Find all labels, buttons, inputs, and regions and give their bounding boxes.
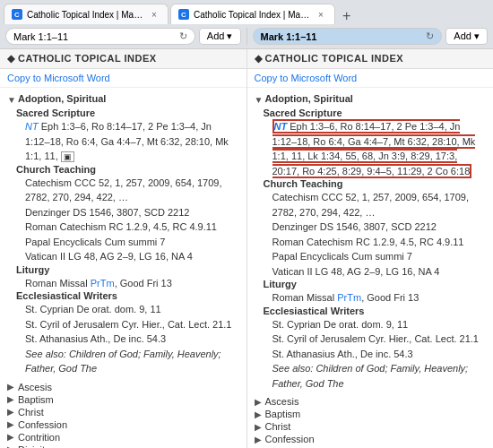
church-teaching-title-left: Church Teaching [16, 164, 239, 175]
papal-left: Papal Encyclicals Cum summi 7 [25, 235, 239, 250]
adoption-spiritual-right: ▼ Adoption, Spiritual Sacred Scripture N… [255, 93, 487, 391]
more-icon-left[interactable]: ▣ [61, 151, 74, 162]
address-bar-left[interactable]: Mark 1:1–11 ↻ [5, 28, 195, 45]
scripture-entry-left: NT Eph 1:3–6, Ro 8:14–17, 2 Pe 1:3–4, Jn… [25, 119, 239, 164]
adoption-spiritual-title-right: Adoption, Spiritual [265, 93, 353, 104]
roman-catechism-right: Roman Catechism RC 1.2.9, 4.5, RC 4.9.11 [272, 235, 487, 250]
ascesis-arrow-right: ▶ [255, 397, 265, 407]
tab-left[interactable]: C Catholic Topical Index | Mark 1:1–11 × [4, 4, 169, 24]
roman-missal-left: Roman Missal PrTm, Good Fri 13 [25, 276, 239, 291]
copy-bar-left: Copy to Microsoft Word [0, 69, 246, 88]
expand-arrow-adoption-right: ▼ [255, 95, 265, 105]
adoption-spiritual-toggle-right[interactable]: ▼ Adoption, Spiritual [255, 93, 487, 106]
confession-label-right: Confession [265, 434, 315, 444]
christ-arrow-left: ▶ [7, 407, 18, 417]
baptism-right[interactable]: ▶ Baptism [255, 409, 487, 419]
panel-right-header: ◆ CATHOLIC TOPICAL INDEX [247, 49, 494, 69]
scripture-entry-right: NT Eph 1:3–6, Ro 8:14–17, 2 Pe 1:3–4, Jn… [272, 119, 487, 178]
liturgy-title-left: Liturgy [16, 264, 239, 275]
divinity-arrow-left: ▶ [7, 444, 18, 448]
adoption-spiritual-title-left: Adoption, Spiritual [18, 93, 106, 104]
sacred-scripture-title-left: Sacred Scripture [16, 108, 239, 118]
christ-left[interactable]: ▶ Christ [7, 407, 239, 418]
liturgy-left: Liturgy Roman Missal PrTm, Good Fri 13 [7, 264, 239, 291]
see-also-right: See also: Children of God; Family, Heave… [272, 361, 487, 391]
catechism-left: Catechism CCC 52, 1, 257, 2009, 654, 170… [25, 176, 239, 205]
expand-arrow-adoption-left: ▼ [7, 95, 18, 105]
tab-left-label: Catholic Topical Index | Mark 1:1–11 [27, 10, 143, 20]
ascesis-arrow-left: ▶ [7, 382, 18, 392]
divinity-label-left: Divinity [18, 444, 49, 449]
baptism-arrow-right: ▶ [255, 409, 265, 419]
panel-right-content: ▼ Adoption, Spiritual Sacred Scripture N… [247, 88, 494, 448]
liturgy-title-right: Liturgy [264, 279, 487, 289]
contrition-label-left: Contrition [18, 432, 60, 443]
papal-right: Papal Encyclicals Cum summi 7 [272, 249, 487, 264]
add-button-left[interactable]: Add ▾ [199, 28, 241, 45]
sacred-scripture-title-right: Sacred Scripture [264, 108, 487, 118]
see-also-left: See also: Children of God; Family, Heave… [25, 347, 239, 376]
baptism-arrow-left: ▶ [7, 394, 18, 404]
catechism-right: Catechism CCC 52, 1, 257, 2009, 654, 170… [272, 190, 487, 220]
tab-right-close[interactable]: × [315, 8, 327, 21]
address-bar-row: Mark 1:1–11 ↻ Add ▾ Mark 1:1–11 ↻ Add ▾ [0, 24, 493, 48]
eccl-writers-title-right: Ecclesiastical Writers [264, 306, 487, 316]
add-button-right[interactable]: Add ▾ [445, 28, 488, 45]
contrition-left[interactable]: ▶ Contrition [7, 432, 239, 443]
reload-left-icon[interactable]: ↻ [179, 30, 187, 42]
tab-right-label: Catholic Topical Index | Mark 1:1–11 [194, 10, 310, 20]
ascesis-label-left: Ascesis [18, 382, 52, 392]
confession-left[interactable]: ▶ Confession [7, 419, 239, 430]
nt-label-left[interactable]: NT [25, 121, 39, 132]
columns: ◆ CATHOLIC TOPICAL INDEX Copy to Microso… [0, 49, 493, 448]
roman-catechism-left: Roman Catechism RC 1.2.9, 4.5, RC 4.9.11 [25, 220, 239, 235]
scripture-refs-right: Eph 1:3–6, Ro 8:14–17, 2 Pe 1:3–4, Jn 1:… [272, 121, 476, 177]
church-teaching-right: Church Teaching Catechism CCC 52, 1, 257… [255, 178, 487, 279]
cyprian-right: St. Cyprian De orat. dom. 9, 11 [272, 317, 487, 332]
roman-missal-right: Roman Missal PrTm, Good Fri 13 [272, 290, 487, 306]
adoption-spiritual-toggle-left[interactable]: ▼ Adoption, Spiritual [7, 93, 239, 106]
divinity-left[interactable]: ▶ Divinity [7, 444, 239, 449]
new-tab-button[interactable]: + [337, 8, 356, 24]
baptism-left[interactable]: ▶ Baptism [7, 394, 239, 405]
copy-word-link-left[interactable]: Copy to Microsoft Word [7, 73, 110, 83]
eccl-writers-left: Ecclesiastical Writers St. Cyprian De or… [7, 290, 239, 376]
christ-label-right: Christ [265, 421, 291, 432]
ascesis-left[interactable]: ▶ Ascesis [7, 382, 239, 392]
reload-right-icon[interactable]: ↻ [426, 30, 434, 42]
address-bar-right[interactable]: Mark 1:1–11 ↻ [253, 28, 443, 45]
prtm-link-left[interactable]: PrTm [91, 278, 115, 289]
cyril-right: St. Cyril of Jerusalem Cyr. Hier., Cat. … [272, 332, 487, 347]
confession-arrow-left: ▶ [7, 419, 18, 429]
contrition-arrow-left: ▶ [7, 432, 18, 442]
copy-bar-right: Copy to Microsoft Word [247, 69, 494, 88]
cyril-left: St. Cyril of Jerusalem Cyr. Hier., Cat. … [25, 317, 239, 332]
confession-label-left: Confession [18, 419, 67, 430]
prtm-link-right[interactable]: PrTm [337, 292, 361, 303]
baptism-label-right: Baptism [265, 409, 301, 419]
tab-left-close[interactable]: × [148, 8, 160, 21]
cyprian-left: St. Cyprian De orat. dom. 9, 11 [25, 302, 239, 317]
confession-right[interactable]: ▶ Confession [255, 434, 487, 444]
liturgy-right: Liturgy Roman Missal PrTm, Good Fri 13 [255, 279, 487, 306]
eccl-writers-right: Ecclesiastical Writers St. Cyprian De or… [255, 306, 487, 392]
baptism-label-left: Baptism [18, 394, 54, 405]
christ-right[interactable]: ▶ Christ [255, 421, 487, 432]
denzinger-right: Denzinger DS 1546, 3807, SCD 2212 [272, 220, 487, 235]
denzinger-left: Denzinger DS 1546, 3807, SCD 2212 [25, 205, 239, 220]
panel-left-header: ◆ CATHOLIC TOPICAL INDEX [0, 49, 246, 69]
church-teaching-title-right: Church Teaching [264, 178, 487, 189]
nt-label-right[interactable]: NT [274, 121, 288, 132]
christ-label-left: Christ [18, 407, 44, 418]
tab-right[interactable]: C Catholic Topical Index | Mark 1:1–11 × [170, 4, 335, 24]
christ-arrow-right: ▶ [255, 422, 265, 432]
scripture-refs-left: Eph 1:3–6, Ro 8:14–17, 2 Pe 1:3–4, Jn 1:… [25, 121, 229, 161]
church-teaching-left: Church Teaching Catechism CCC 52, 1, 257… [7, 164, 239, 264]
vatican2-left: Vatican II LG 48, AG 2–9, LG 16, NA 4 [25, 249, 239, 264]
copy-word-link-right[interactable]: Copy to Microsoft Word [255, 73, 358, 83]
athanasius-left: St. Athanasius Ath., De inc. 54.3 [25, 332, 239, 347]
ascesis-right[interactable]: ▶ Ascesis [255, 396, 487, 407]
confession-arrow-right: ▶ [255, 435, 265, 444]
ascesis-label-right: Ascesis [265, 396, 299, 407]
address-bar-left-text: Mark 1:1–11 [13, 31, 176, 42]
